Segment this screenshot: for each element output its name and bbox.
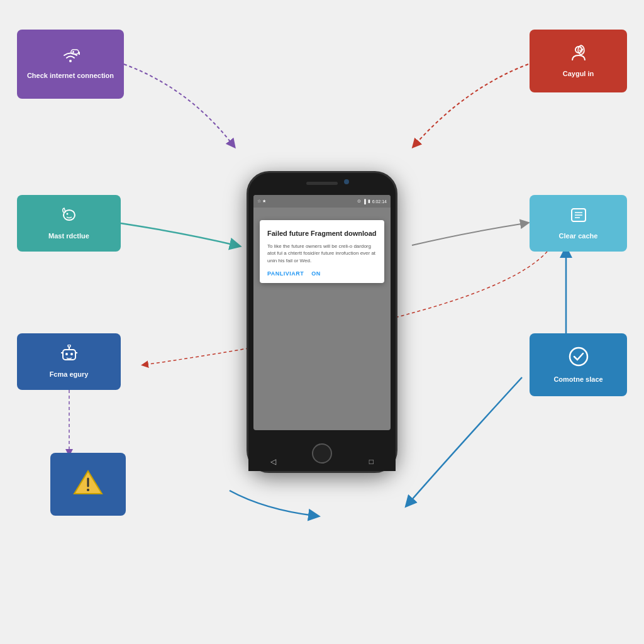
dialog-button-2[interactable]: ON	[311, 270, 321, 277]
svg-point-9	[87, 489, 89, 491]
svg-rect-5	[63, 350, 75, 360]
nav-back-button[interactable]: ◁	[270, 457, 276, 466]
home-button[interactable]	[312, 443, 332, 464]
phone-speaker	[306, 182, 338, 185]
status-left: ☆ ★	[257, 199, 266, 204]
phone-camera	[344, 179, 349, 184]
internet-label: Check internet connection	[27, 71, 114, 80]
battery-icon: ▮	[368, 199, 370, 204]
dialog-title: Failed future Fragment download	[267, 229, 377, 238]
list-icon	[569, 206, 588, 228]
complete-label: Comotne slace	[553, 375, 602, 384]
annotation-login: Caygul in	[530, 30, 627, 92]
svg-point-8	[68, 345, 70, 347]
svg-point-4	[66, 213, 68, 214]
wifi-icon	[61, 48, 80, 67]
dialog-button-1[interactable]: PANLIVIART	[267, 270, 304, 277]
inquiry-label: Fcma egury	[50, 370, 89, 379]
phone-body: ☆ ★ ⊙ ▐ ▮ 6:02:14 Failed future Fragment…	[247, 171, 397, 473]
wifi-status-icon: ⊙	[357, 199, 361, 204]
annotation-warning	[50, 453, 126, 516]
warning-icon	[72, 469, 104, 500]
dialog-body: To like the future owners will be creli-…	[267, 243, 377, 264]
status-right: ⊙ ▐ ▮ 6:02:14	[357, 199, 387, 204]
time-display: 6:02:14	[372, 199, 387, 204]
cache-label: Clear cache	[559, 231, 598, 240]
annotation-cache: Clear cache	[530, 195, 627, 252]
login-label: Caygul in	[563, 69, 594, 78]
svg-point-7	[70, 353, 73, 355]
svg-point-12	[570, 348, 587, 365]
reroute-label: Mast rdctlue	[48, 231, 89, 240]
svg-rect-1	[71, 50, 79, 54]
signal-icon: ▐	[363, 199, 366, 204]
check-circle-icon	[568, 346, 589, 371]
robot-icon	[60, 345, 79, 366]
annotation-internet: Check internet connection	[17, 30, 124, 99]
status-bar: ☆ ★ ⊙ ▐ ▮ 6:02:14	[253, 195, 391, 208]
svg-point-2	[72, 51, 74, 53]
dialog: Failed future Fragment download To like …	[260, 220, 384, 283]
phone: ☆ ★ ⊙ ▐ ▮ 6:02:14 Failed future Fragment…	[247, 171, 397, 473]
annotation-inquiry: Fcma egury	[17, 333, 121, 390]
annotation-complete: Comotne slace	[530, 333, 627, 396]
annotation-reroute: Mast rdctlue	[17, 195, 121, 252]
dog-icon	[59, 206, 79, 228]
dialog-buttons: PANLIVIART ON	[267, 270, 377, 277]
nav-recent-button[interactable]: □	[369, 457, 374, 466]
svg-point-6	[65, 353, 68, 355]
user-shield-icon	[569, 44, 588, 65]
phone-screen: ☆ ★ ⊙ ▐ ▮ 6:02:14 Failed future Fragment…	[253, 195, 391, 430]
